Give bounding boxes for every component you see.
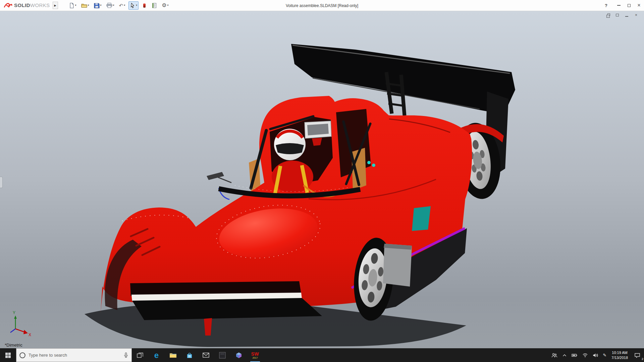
action-center-icon: [634, 353, 640, 358]
appearance-cylinder-icon: [142, 3, 147, 8]
doc-cascade-button[interactable]: [615, 13, 620, 17]
print-button[interactable]: ▾: [105, 1, 116, 9]
desktop: SOLIDWORKS ▶ ▾ ▾: [0, 0, 644, 362]
solidworks-logo: SOLIDWORKS: [0, 0, 53, 11]
solidworks-logo-mark: [3, 2, 13, 9]
design-binder-button[interactable]: [150, 1, 158, 10]
teal-detail-1: [367, 161, 371, 164]
menu-expander-button[interactable]: ▶: [53, 2, 58, 9]
doc-minimize-button[interactable]: [624, 13, 629, 17]
pen-input-button[interactable]: ✎: [600, 348, 609, 362]
taskbar: e: [0, 348, 644, 362]
doc-minimize-icon: [625, 16, 628, 17]
window-controls: ? ×: [601, 0, 644, 11]
edge-button[interactable]: e: [148, 348, 165, 362]
collapsed-panel-tab[interactable]: [0, 177, 3, 188]
view-orientation-label: *Dimetric: [5, 343, 22, 348]
file-explorer-icon: [169, 352, 177, 358]
dark-tile-app-icon: [219, 352, 226, 359]
solidworks-app-button[interactable]: SW 2017: [247, 348, 263, 362]
people-button[interactable]: [549, 348, 560, 362]
teal-side-panel: [412, 206, 431, 231]
show-hidden-icons-button[interactable]: [560, 348, 569, 362]
cortana-icon: [19, 352, 26, 359]
maximize-icon: [628, 4, 631, 7]
solidworks-app-icon: SW 2017: [251, 352, 259, 359]
action-center-button[interactable]: 2: [631, 348, 644, 362]
people-icon: [551, 353, 557, 358]
document-title: Voiture assemblee.SLDASM [Read-only]: [286, 0, 358, 11]
taskbar-search[interactable]: [16, 348, 132, 362]
printer-icon: [106, 3, 112, 8]
nose-pylon: [204, 318, 212, 336]
task-view-icon: [137, 352, 144, 358]
doc-restore-button[interactable]: [605, 13, 610, 17]
appearances-button[interactable]: [141, 1, 148, 10]
network-button[interactable]: [580, 348, 590, 362]
battery-icon: [572, 353, 578, 357]
task-view-button[interactable]: [132, 348, 148, 362]
undo-button[interactable]: ↶ ▾: [118, 2, 127, 9]
gear-icon: ⚙: [162, 3, 166, 8]
3d-viewer-button[interactable]: [230, 348, 247, 362]
start-button[interactable]: [0, 348, 16, 362]
open-folder-icon: [81, 3, 87, 8]
minimize-icon: [617, 5, 621, 6]
save-floppy-icon: [94, 3, 100, 8]
teal-detail-2: [372, 164, 375, 167]
system-tray: ✎ 10:19 AM 7/13/2018 2: [549, 348, 644, 362]
report-book-icon: [152, 3, 157, 8]
new-document-button[interactable]: ▾: [67, 1, 78, 10]
undo-icon: ↶: [119, 3, 123, 8]
notification-badge: 2: [642, 357, 643, 361]
options-button[interactable]: ⚙ ▾: [160, 1, 170, 9]
car-model: Y X: [0, 11, 644, 348]
clock-time: 10:19 AM: [611, 350, 628, 355]
store-icon: [186, 352, 193, 359]
main-toolbar: ▾ ▾ ▾: [67, 1, 170, 10]
3d-cube-icon: [235, 352, 242, 359]
triad-x-label: X: [29, 333, 31, 337]
sidepod-gray: [383, 244, 412, 287]
clock-date: 7/13/2018: [611, 355, 628, 360]
select-cursor-icon: [130, 3, 135, 8]
doc-close-button[interactable]: ×: [634, 13, 639, 17]
dark-tile-app-button[interactable]: [214, 348, 230, 362]
save-button[interactable]: ▾: [93, 1, 103, 10]
graphics-viewport[interactable]: Y X × *Dimetric: [0, 11, 644, 348]
mail-button[interactable]: [198, 348, 214, 362]
open-document-button[interactable]: ▾: [80, 1, 91, 9]
speaker-icon: [593, 353, 598, 358]
chevron-up-icon: [562, 353, 567, 357]
windows-logo-icon: [5, 352, 11, 358]
brand-light: WORKS: [30, 2, 50, 8]
new-document-icon: [69, 3, 74, 8]
document-window-controls: ×: [605, 13, 639, 17]
select-tool-button[interactable]: ▾: [128, 1, 139, 10]
minimize-button[interactable]: [614, 0, 624, 11]
wifi-icon: [582, 353, 588, 357]
taskbar-clock[interactable]: 10:19 AM 7/13/2018: [609, 350, 631, 360]
help-button[interactable]: ?: [601, 0, 611, 11]
microphone-icon[interactable]: [123, 352, 129, 358]
close-button[interactable]: ×: [634, 0, 644, 11]
restore-icon: [607, 13, 610, 16]
cascade-icon: [616, 14, 619, 16]
maximize-button[interactable]: [624, 0, 634, 11]
edge-icon: e: [154, 351, 159, 359]
file-explorer-button[interactable]: [165, 348, 181, 362]
titlebar: SOLIDWORKS ▶ ▾ ▾: [0, 0, 644, 11]
search-input[interactable]: [29, 353, 120, 358]
brand-bold: SOLID: [14, 2, 30, 8]
battery-button[interactable]: [569, 348, 580, 362]
triad-y-label: Y: [13, 310, 15, 315]
store-button[interactable]: [181, 348, 198, 362]
volume-button[interactable]: [590, 348, 600, 362]
mail-icon: [203, 353, 209, 358]
